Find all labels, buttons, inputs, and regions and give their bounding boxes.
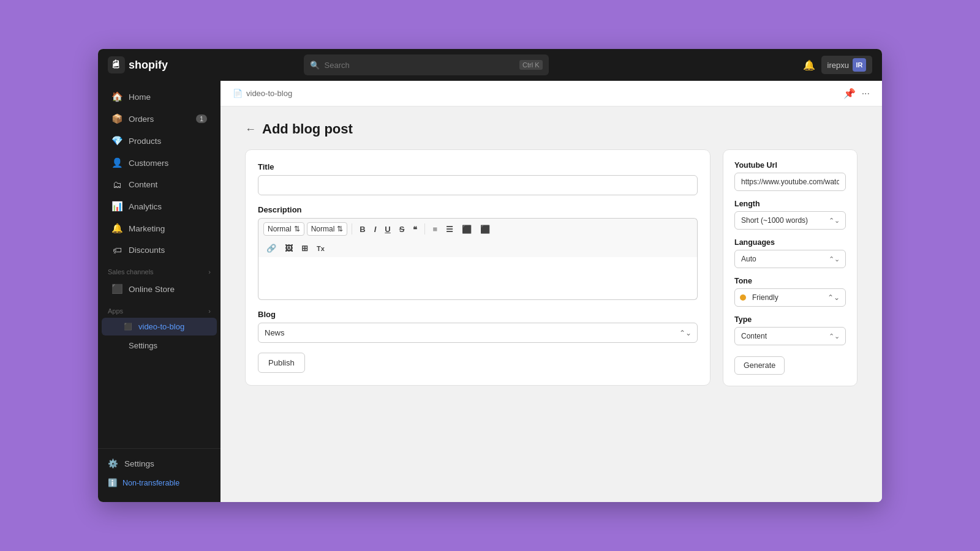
sidebar-non-transferable[interactable]: ℹ️ Non-transferable	[98, 473, 221, 492]
customers-icon: 👤	[111, 157, 123, 168]
apps-expand-icon[interactable]: ›	[208, 307, 211, 315]
shopify-logo: shopify	[108, 56, 168, 73]
user-name: irepxu	[827, 61, 849, 70]
style-select-2[interactable]: Normal ⇅	[307, 222, 348, 236]
list-unordered-button[interactable]: ☰	[443, 223, 456, 236]
sidebar-settings[interactable]: ⚙️ Settings	[98, 454, 221, 473]
chevron-icon: ⇅	[294, 225, 300, 233]
blog-post-form: Title Description Normal ⇅ Normal ⇅	[245, 149, 710, 386]
blog-select[interactable]: News Blog Updates	[258, 323, 698, 343]
breadcrumb-icon: 📄	[233, 89, 243, 98]
blog-select-wrapper: News Blog Updates ⌃⌄	[258, 323, 698, 343]
breadcrumb: 📄 video-to-blog	[233, 89, 292, 98]
sidebar-item-label: Customers	[129, 159, 168, 168]
tone-label: Tone	[734, 277, 846, 285]
editor-toolbar-row2: 🔗 🖼 ⊞ Tx	[258, 239, 698, 257]
search-icon: 🔍	[310, 61, 320, 70]
sidebar-item-discounts[interactable]: 🏷 Discounts	[102, 240, 217, 260]
sidebar-item-label: video-to-blog	[138, 322, 184, 331]
sidebar-item-orders[interactable]: 📦 Orders 1	[102, 108, 217, 129]
style-select-1[interactable]: Normal ⇅	[263, 222, 304, 236]
pin-icon[interactable]: 📌	[843, 88, 856, 99]
type-select[interactable]: Content Summary Review	[734, 327, 846, 345]
back-button[interactable]: ←	[245, 123, 256, 136]
align-right-button[interactable]: ⬛	[477, 223, 493, 236]
sidebar-item-online-store[interactable]: ⬛ Online Store	[102, 279, 217, 299]
underline-button[interactable]: U	[382, 223, 393, 236]
languages-select[interactable]: Auto English Spanish	[734, 250, 846, 268]
sidebar-item-label: Discounts	[129, 246, 165, 255]
image-button[interactable]: 🖼	[282, 242, 296, 255]
breadcrumb-text: video-to-blog	[246, 89, 292, 98]
user-badge[interactable]: irepxu IR	[821, 56, 872, 74]
content-area: 📄 video-to-blog 📌 ··· ← Add blog post	[221, 81, 882, 502]
user-avatar: IR	[853, 58, 866, 72]
description-editor[interactable]	[258, 257, 698, 300]
youtube-url-label: Youtube Url	[734, 161, 846, 170]
sidebar-item-content[interactable]: 🗂 Content	[102, 174, 217, 195]
chevron-icon: ⇅	[337, 225, 343, 233]
sidebar: 🏠 Home 📦 Orders 1 💎 Products 👤 Customers…	[98, 81, 221, 502]
non-transferable-label: Non-transferable	[123, 479, 179, 487]
content-icon: 🗂	[111, 179, 123, 190]
sidebar-item-customers[interactable]: 👤 Customers	[102, 152, 217, 173]
search-bar[interactable]: 🔍 Ctrl K	[304, 54, 549, 75]
logo-text: shopify	[129, 59, 168, 72]
sidebar-item-label: Online Store	[129, 285, 175, 294]
blog-label: Blog	[258, 310, 698, 319]
tone-select[interactable]: Friendly Professional Casual	[734, 288, 846, 307]
info-icon: ℹ️	[108, 478, 118, 487]
sidebar-item-marketing[interactable]: 🔔 Marketing	[102, 218, 217, 239]
page-title: Add blog post	[262, 121, 353, 137]
search-shortcut: Ctrl K	[519, 60, 543, 70]
bold-button[interactable]: B	[356, 223, 368, 236]
sidebar-item-label: Marketing	[129, 224, 165, 233]
strikethrough-button[interactable]: S	[396, 223, 408, 236]
more-icon[interactable]: ···	[862, 88, 870, 99]
languages-label: Languages	[734, 238, 846, 247]
generate-button[interactable]: Generate	[734, 356, 785, 375]
blockquote-button[interactable]: ❝	[410, 223, 420, 236]
link-button[interactable]: 🔗	[263, 242, 279, 255]
align-left-button[interactable]: ⬛	[459, 223, 475, 236]
sidebar-item-home[interactable]: 🏠 Home	[102, 86, 217, 107]
list-ordered-button[interactable]: ≡	[429, 223, 440, 236]
type-label: Type	[734, 315, 846, 324]
publish-button[interactable]: Publish	[258, 353, 305, 373]
table-button[interactable]: ⊞	[298, 242, 311, 255]
italic-button[interactable]: I	[371, 223, 380, 236]
search-input[interactable]	[325, 61, 515, 70]
notification-bell[interactable]: 🔔	[803, 59, 815, 71]
home-icon: 🏠	[111, 91, 123, 102]
settings-sub-label: Settings	[129, 341, 157, 350]
tone-select-wrapper: Friendly Professional Casual ⌃⌄	[734, 288, 846, 307]
sales-channels-section: Sales channels ›	[98, 261, 221, 278]
sidebar-item-analytics[interactable]: 📊 Analytics	[102, 196, 217, 217]
toolbar-divider	[352, 223, 352, 234]
title-label: Title	[258, 162, 698, 171]
settings-label: Settings	[124, 459, 154, 468]
length-select[interactable]: Short (~1000 words) Medium (~2000 words)…	[734, 211, 846, 230]
discounts-icon: 🏷	[111, 245, 123, 255]
video-to-blog-icon: ⬛	[124, 323, 132, 331]
products-icon: 💎	[111, 135, 123, 146]
clear-format-button[interactable]: Tx	[314, 243, 328, 254]
sidebar-item-products[interactable]: 💎 Products	[102, 130, 217, 151]
description-label: Description	[258, 205, 698, 214]
editor-toolbar-row1: Normal ⇅ Normal ⇅ B I U S	[258, 218, 698, 239]
ai-settings-panel: Youtube Url Length Short (~1000 words) M…	[723, 149, 858, 386]
marketing-icon: 🔔	[111, 223, 123, 234]
sidebar-item-settings-sub[interactable]: Settings	[102, 337, 217, 354]
orders-icon: 📦	[111, 113, 123, 124]
expand-icon[interactable]: ›	[208, 268, 211, 276]
orders-badge: 1	[196, 114, 207, 123]
breadcrumb-bar: 📄 video-to-blog 📌 ···	[221, 81, 882, 107]
toolbar-divider-2	[424, 223, 425, 234]
title-input[interactable]	[258, 175, 698, 195]
online-store-icon: ⬛	[111, 283, 123, 294]
sidebar-item-video-to-blog[interactable]: ⬛ video-to-blog	[102, 318, 217, 335]
sidebar-item-label: Content	[129, 180, 157, 189]
sidebar-item-label: Home	[129, 92, 151, 102]
settings-icon: ⚙️	[108, 459, 118, 468]
youtube-url-input[interactable]	[734, 173, 846, 191]
